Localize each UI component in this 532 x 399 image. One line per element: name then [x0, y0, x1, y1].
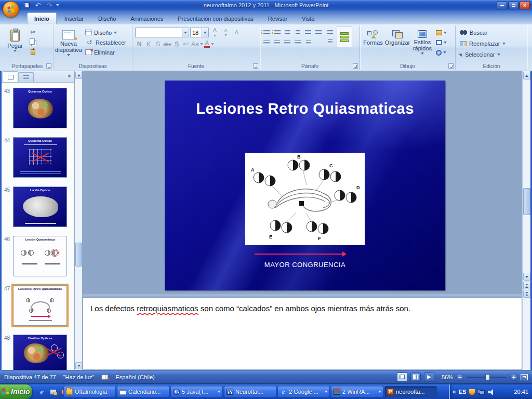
font-size-dropdown[interactable] — [202, 28, 208, 37]
next-slide-button[interactable] — [523, 290, 530, 298]
drawing-dialog-launcher[interactable] — [448, 63, 454, 69]
tab-animaciones[interactable]: Animaciones — [124, 13, 170, 24]
slide-counter[interactable]: Diapositiva 47 de 77 — [4, 374, 56, 380]
font-name-combo[interactable] — [135, 28, 189, 37]
slide-sorter-view-button[interactable] — [410, 373, 421, 382]
maximize-button[interactable] — [508, 2, 518, 9]
shape-outline-button[interactable] — [436, 38, 447, 47]
language-status[interactable]: Español (Chile) — [115, 374, 154, 380]
slide-thumbnail-43[interactable]: 43 Quiasma Optico — [13, 88, 67, 128]
zoom-slider-thumb[interactable] — [485, 374, 490, 381]
align-text-button[interactable] — [325, 28, 335, 36]
collapse-chevron-icon[interactable]: « — [453, 389, 456, 394]
taskbar-button-oftalmologia[interactable]: Oftalmología — [63, 386, 116, 397]
tab-vista[interactable]: Vista — [295, 13, 321, 24]
clipboard-dialog-launcher[interactable] — [46, 63, 51, 69]
justify-button[interactable] — [293, 38, 302, 47]
new-slide-button[interactable]: Nueva diapositiva — [55, 26, 82, 61]
undo-button[interactable]: ↶ — [33, 1, 43, 9]
taskbar-button-calendario[interactable]: Calendario... — [117, 386, 169, 397]
office-button[interactable] — [3, 1, 19, 18]
delete-button[interactable]: Eliminar — [84, 47, 128, 57]
zoom-out-button[interactable]: − — [456, 374, 463, 381]
internet-explorer-icon[interactable]: e — [37, 388, 46, 396]
character-spacing-button[interactable]: AV — [182, 39, 190, 48]
shape-effects-button[interactable] — [436, 48, 447, 57]
tab-outline[interactable] — [18, 72, 34, 82]
taskbar-button-powerpoint-active[interactable]: P neuroofta... — [384, 386, 437, 397]
minimize-button[interactable] — [497, 2, 507, 9]
text-shadow-button[interactable]: S — [172, 39, 181, 48]
find-button[interactable]: Buscar — [460, 28, 526, 37]
bullets-button[interactable] — [262, 28, 271, 36]
spellcheck-status[interactable] — [101, 375, 108, 380]
slideshow-view-button[interactable] — [424, 373, 434, 382]
shape-fill-button[interactable] — [436, 29, 447, 37]
taskbar-button-winrar-group[interactable]: 2 WinRA... — [331, 386, 383, 397]
tab-diseno[interactable]: Diseño — [91, 13, 123, 24]
align-center-button[interactable] — [272, 38, 282, 47]
clear-formatting-button[interactable]: A — [232, 28, 242, 37]
arrange-button[interactable]: Organizar — [384, 26, 410, 61]
taskbar-button-neuroftal[interactable]: Neuroftal... — [224, 386, 276, 397]
network-icon[interactable] — [478, 389, 485, 395]
quick-styles-button[interactable]: Estilos rápidos — [410, 26, 434, 61]
format-painter-button[interactable] — [28, 47, 38, 57]
font-color-button[interactable]: A — [204, 39, 214, 48]
fit-to-window-button[interactable] — [521, 374, 528, 380]
slide-thumbnail-47-selected[interactable]: 47 Lesiones Retro Quiasmaticas — [13, 285, 67, 326]
notes-pane[interactable]: Los defectos retroquiasmaticos son como … — [83, 298, 522, 370]
slide-title[interactable]: Lesiones Retro Quiasmaticas — [165, 100, 445, 117]
cut-button[interactable] — [28, 28, 38, 37]
zoom-slider[interactable] — [466, 376, 508, 378]
scrollbar-thumb[interactable] — [75, 243, 82, 267]
close-button[interactable]: × — [520, 2, 530, 9]
volume-icon[interactable] — [487, 389, 494, 395]
slide-diagram-image[interactable]: A B — [245, 153, 365, 245]
redo-button[interactable]: ↷ — [45, 1, 54, 9]
taskbar-button-google-group[interactable]: e 2 Google ... — [277, 386, 330, 397]
clock[interactable]: 20:41 — [514, 389, 528, 395]
tab-inicio[interactable]: Inicio — [27, 12, 57, 24]
copy-button[interactable] — [28, 37, 38, 47]
taskbar-button-java-group[interactable]: 5 Java(T... — [170, 386, 223, 397]
strikethrough-button[interactable]: abe — [163, 39, 171, 48]
change-case-button[interactable]: Aa — [191, 39, 203, 48]
grow-font-button[interactable]: A▲ — [210, 28, 220, 37]
panel-scrollbar[interactable] — [75, 71, 83, 370]
red-arrow-shape[interactable] — [255, 254, 343, 255]
numbering-button[interactable] — [272, 28, 282, 36]
scroll-down-button[interactable] — [523, 273, 530, 281]
paragraph-dialog-launcher[interactable] — [353, 63, 358, 69]
tab-slides-thumbnails[interactable] — [3, 71, 18, 82]
text-direction-2-button[interactable] — [325, 37, 335, 46]
show-desktop-icon[interactable] — [49, 388, 58, 396]
select-button[interactable]: Seleccionar — [460, 50, 526, 59]
align-left-button[interactable] — [262, 38, 271, 47]
columns-button[interactable] — [303, 38, 313, 47]
font-size-combo[interactable]: 18 — [190, 28, 209, 37]
slide-thumbnail-48[interactable]: 48 Cintillas Opticas — [13, 335, 67, 370]
theme-name[interactable]: "Haz de luz" — [63, 374, 95, 380]
scroll-down-button[interactable] — [75, 362, 82, 369]
vertical-scrollbar[interactable] — [522, 71, 530, 370]
line-spacing-button[interactable] — [303, 28, 313, 36]
bold-button[interactable]: N — [135, 39, 143, 48]
normal-view-button[interactable] — [397, 373, 407, 382]
convert-to-smartart-button[interactable] — [337, 26, 352, 47]
scroll-up-button[interactable] — [75, 72, 82, 79]
scroll-up-button[interactable] — [523, 72, 530, 79]
tab-revisar[interactable]: Revisar — [261, 13, 294, 24]
zoom-in-button[interactable]: + — [510, 374, 517, 381]
slide-thumbnail-46[interactable]: 46 Lesión Quiasmática — [13, 236, 67, 276]
previous-slide-button[interactable] — [523, 282, 530, 289]
slide-thumbnail-45[interactable]: 45 La Via Optica — [13, 187, 67, 227]
slide-caption[interactable]: MAYOR CONGRUENCIA — [165, 261, 445, 269]
text-direction-button[interactable] — [314, 28, 323, 36]
save-button[interactable] — [22, 1, 31, 9]
reset-button[interactable]: ↺ Restablecer — [84, 37, 128, 47]
font-name-dropdown[interactable] — [182, 28, 189, 37]
replace-button[interactable]: Reemplazar — [460, 39, 526, 48]
decrease-indent-button[interactable] — [283, 28, 292, 36]
security-shield-icon[interactable] — [469, 389, 475, 395]
